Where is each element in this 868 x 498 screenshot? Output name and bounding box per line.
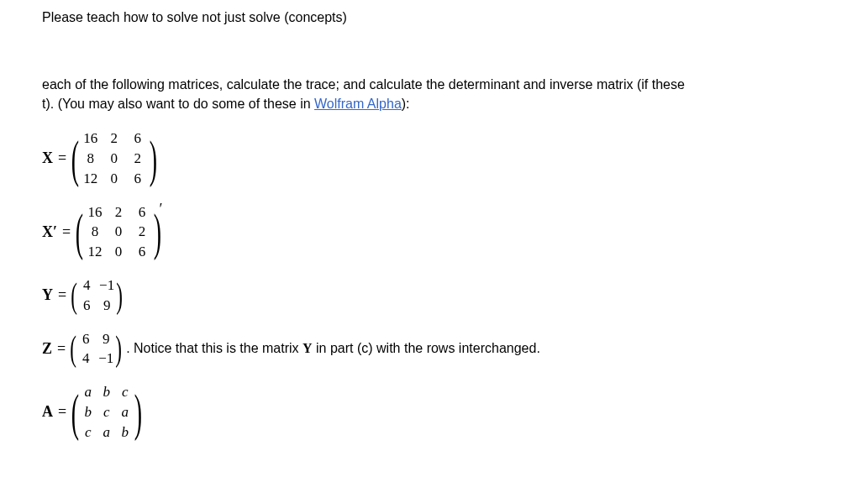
cell: 6 [130,242,154,262]
matrix-x: ( 1626 802 1206 ) [71,128,156,188]
matrix-a-block: A = ( abc bca cab ) [42,382,868,442]
cell: 6 [130,202,154,223]
cell: 4 [76,349,96,369]
instruction-text: Please teach how to solve not just solve… [42,10,347,24]
matrix-xprime-label: X′ [42,222,57,243]
right-paren-icon: ) [149,135,156,182]
cell: a [97,422,116,443]
left-paren-icon: ( [76,208,83,255]
matrix-xprime: ( 1626 802 1206 ) ′ [76,202,162,262]
cell: 0 [103,149,126,169]
problem-line2b: ): [402,97,410,111]
cell: b [79,402,97,422]
matrix-z-label: Z [42,338,52,359]
equals-sign: = [58,148,66,169]
cell: 9 [97,296,117,316]
cell: −1 [96,349,116,369]
cell: 6 [76,296,97,316]
matrix-z: ( 69 4−1 ) [71,329,121,370]
cell: 2 [107,202,130,223]
matrix-x-block: X = ( 1626 802 1206 ) [42,128,868,188]
matrix-xprime-block: X′ = ( 1626 802 1206 ) ′ [42,202,868,262]
cell: b [97,382,116,402]
left-paren-icon: ( [71,135,79,182]
problem-statement: each of the following matrices, calculat… [42,76,840,113]
problem-line1: each of the following matrices, calculat… [42,77,685,92]
cell: b [116,422,134,443]
wolfram-alpha-link[interactable]: Wolfram Alpha [314,97,402,111]
cell: 0 [107,222,130,242]
left-paren-icon: ( [71,280,77,312]
cell: 9 [96,329,116,349]
cell: 6 [126,169,150,189]
cell: 2 [103,128,126,149]
notice-text-2: in part (c) with the rows interchanged. [313,341,540,355]
equals-sign: = [58,401,66,422]
right-paren-icon: ) [116,280,123,312]
notice-bold-y: Y [302,341,313,355]
cell: 12 [83,242,107,262]
cell: −1 [97,275,117,296]
matrix-y-block: Y = ( 4−1 69 ) [42,275,868,316]
left-paren-icon: ( [71,389,79,436]
cell: c [97,402,116,422]
matrix-y: ( 4−1 69 ) [71,275,122,316]
right-paren-icon: ) [154,208,161,255]
matrix-z-block: Z = ( 69 4−1 ) . Notice that this is the… [42,329,868,370]
cell: 0 [107,242,130,262]
left-paren-icon: ( [70,333,76,364]
cell: 2 [126,149,150,169]
notice-text: . Notice that this is the matrix [126,341,302,355]
right-paren-icon: ) [115,333,122,364]
equals-sign: = [58,285,66,306]
cell: 8 [79,149,103,169]
cell: a [116,402,134,422]
matrix-z-notice: . Notice that this is the matrix Y in pa… [126,339,540,358]
matrix-y-label: Y [42,285,53,306]
cell: 2 [130,222,154,242]
matrix-x-label: X [42,148,53,169]
cell: 12 [79,169,103,189]
equals-sign: = [57,338,66,359]
matrix-a-label: A [42,401,53,422]
matrix-a: ( abc bca cab ) [71,382,141,442]
cell: 16 [83,202,107,223]
problem-line2a: t). (You may also want to do some of the… [42,97,314,111]
cell: 6 [76,329,96,349]
cell: 0 [103,169,126,189]
cell: c [116,382,134,402]
cell: 4 [76,275,97,296]
cell: 6 [126,128,150,149]
cell: 8 [83,222,107,242]
equals-sign: = [62,222,71,243]
cell: 16 [79,128,103,149]
cell: c [79,422,97,443]
right-paren-icon: ) [134,389,141,436]
cell: a [79,382,97,402]
top-instruction: Please teach how to solve not just solve… [42,8,868,27]
